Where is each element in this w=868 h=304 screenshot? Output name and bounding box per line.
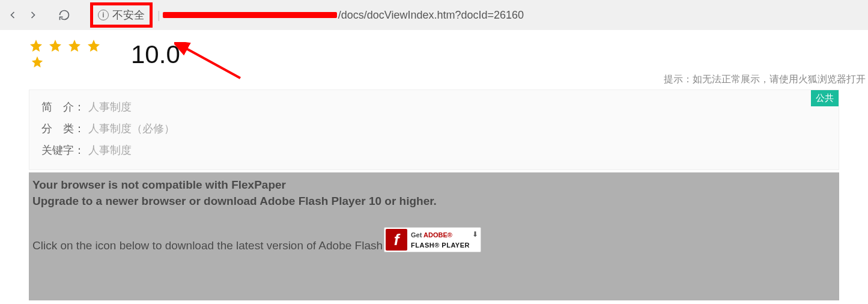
meta-label: 分 类：: [41, 121, 85, 136]
star-icon: [31, 55, 44, 68]
meta-row-intro: 简 介： 人事制度: [41, 100, 827, 114]
info-icon: i: [98, 10, 109, 20]
meta-value: 人事制度: [88, 100, 132, 114]
star-rating: [29, 38, 101, 68]
document-meta-panel: 公共 简 介： 人事制度 分 类： 人事制度（必修） 关键字： 人事制度: [29, 90, 839, 170]
flash-warning-panel: Your browser is not compatible with Flex…: [29, 172, 839, 300]
security-warning-highlight: i 不安全: [90, 2, 153, 28]
download-arrow-icon: ⬇: [472, 230, 478, 239]
flash-get-label: Get: [411, 231, 423, 239]
url-suffix: /docs/docViewIndex.htm?docId=26160: [338, 9, 524, 22]
meta-value: 人事制度（必修）: [88, 121, 175, 136]
redacted-url-segment: [163, 12, 337, 18]
flash-click-text: Click on the icon below to download the …: [32, 239, 383, 252]
flash-warning-line1: Your browser is not compatible with Flex…: [32, 177, 836, 193]
get-flash-player-button[interactable]: f Get ADOBE® FLASH® PLAYER ⬇: [384, 227, 481, 252]
back-button[interactable]: [6, 8, 19, 22]
security-label: 不安全: [112, 8, 145, 22]
meta-row-category: 分 类： 人事制度（必修）: [41, 121, 827, 136]
star-icon: [29, 38, 43, 53]
star-icon: [48, 38, 62, 53]
flash-player-label: FLASH® PLAYER: [411, 242, 470, 249]
reload-button[interactable]: [58, 8, 71, 22]
star-icon: [67, 38, 82, 53]
meta-label: 简 介：: [41, 100, 85, 114]
forward-button[interactable]: [26, 8, 40, 22]
flash-warning-line2: Upgrade to a newer browser or download A…: [32, 193, 836, 210]
browser-nav-bar: i 不安全 | /docs/docViewIndex.htm?docId=261…: [0, 0, 868, 30]
meta-row-keywords: 关键字： 人事制度: [41, 143, 827, 157]
meta-label: 关键字：: [41, 143, 85, 157]
url-separator: |: [157, 9, 160, 22]
address-bar[interactable]: i 不安全 | /docs/docViewIndex.htm?docId=261…: [90, 2, 862, 28]
meta-value: 人事制度: [88, 143, 132, 157]
browser-hint: 提示：如无法正常展示，请使用火狐浏览器打开: [0, 68, 868, 90]
rating-score: 10.0: [131, 42, 180, 67]
flash-adobe-label: ADOBE®: [423, 231, 452, 239]
visibility-badge: 公共: [811, 90, 839, 106]
flash-logo-icon: f: [386, 229, 407, 251]
rating-section: 10.0: [0, 30, 868, 68]
flash-button-text: Get ADOBE® FLASH® PLAYER: [411, 230, 470, 250]
star-icon: [86, 38, 101, 53]
